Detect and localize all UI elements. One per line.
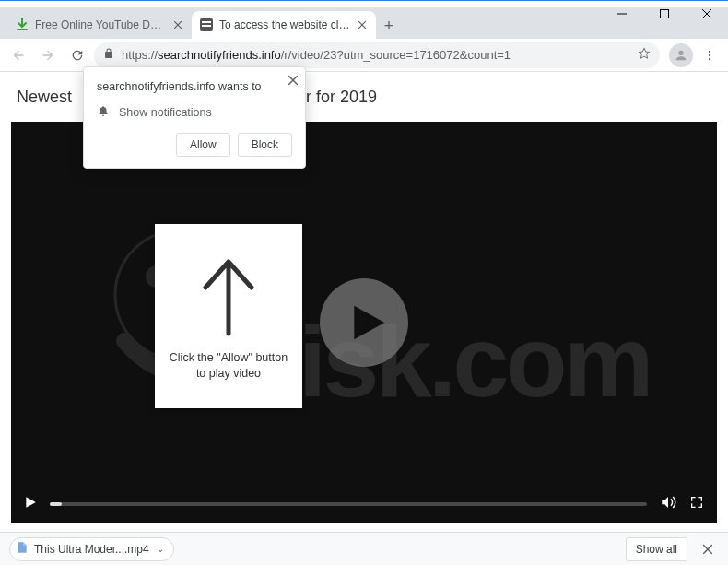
svg-point-11 xyxy=(678,50,683,54)
minimize-button[interactable] xyxy=(601,0,643,28)
block-button[interactable]: Block xyxy=(238,133,292,157)
chevron-down-icon: ⌄ xyxy=(157,544,164,554)
tab-title: To access the website click the "A xyxy=(219,18,350,31)
allow-message: Click the "Allow" button to play video xyxy=(170,350,288,383)
download-item[interactable]: This Ultra Moder....mp4 ⌄ xyxy=(9,537,174,561)
downloads-bar: This Ultra Moder....mp4 ⌄ Show all xyxy=(0,532,728,565)
tab-0[interactable]: Free Online YouTube Downloade xyxy=(7,11,192,39)
close-window-button[interactable] xyxy=(686,0,728,28)
tab-title: Free Online YouTube Downloade xyxy=(35,18,166,31)
fullscreen-icon[interactable] xyxy=(689,495,704,513)
volume-icon[interactable] xyxy=(660,494,676,514)
url-text: https://searchnotifyfriends.info/r/video… xyxy=(122,48,630,62)
show-all-button[interactable]: Show all xyxy=(626,537,687,561)
nav-newest[interactable]: Newest xyxy=(17,88,72,107)
back-button[interactable] xyxy=(6,42,31,68)
permission-title: searchnotifyfriends.info wants to xyxy=(97,80,292,93)
play-button[interactable] xyxy=(320,278,408,367)
page-favicon-icon xyxy=(199,18,214,32)
downloads-close-button[interactable] xyxy=(697,545,719,554)
chrome-menu-button[interactable] xyxy=(697,42,722,68)
address-bar[interactable]: https://searchnotifyfriends.info/r/video… xyxy=(94,42,660,68)
forward-button[interactable] xyxy=(35,42,61,68)
svg-point-12 xyxy=(709,50,710,52)
bell-icon xyxy=(97,104,110,120)
download-filename: This Ultra Moder....mp4 xyxy=(34,543,149,556)
video-player: risk.com xyxy=(11,122,717,523)
video-play-icon[interactable] xyxy=(24,496,37,512)
tab-1[interactable]: To access the website click the "A xyxy=(192,11,376,39)
arrow-up-icon xyxy=(192,251,265,343)
permission-text: Show notifications xyxy=(119,106,212,119)
video-controls xyxy=(11,486,717,523)
reload-button[interactable] xyxy=(65,42,90,68)
svg-rect-7 xyxy=(202,21,211,23)
tab-close-button[interactable] xyxy=(171,18,184,31)
tab-close-button[interactable] xyxy=(356,18,369,31)
permission-close-button[interactable] xyxy=(288,75,298,88)
download-favicon-icon xyxy=(15,18,29,32)
allow-overlay: Click the "Allow" button to play video xyxy=(155,224,302,408)
profile-avatar[interactable] xyxy=(669,43,693,67)
new-tab-button[interactable]: + xyxy=(376,13,402,39)
progress-bar[interactable] xyxy=(50,502,647,506)
allow-button[interactable]: Allow xyxy=(176,133,230,157)
svg-rect-8 xyxy=(202,25,211,27)
file-icon xyxy=(16,541,29,557)
bookmark-star-icon[interactable] xyxy=(638,47,651,63)
svg-point-14 xyxy=(709,57,710,59)
svg-point-13 xyxy=(709,53,710,55)
notification-permission-popup: searchnotifyfriends.info wants to Show n… xyxy=(83,66,306,169)
maximize-button[interactable] xyxy=(643,0,686,28)
svg-rect-1 xyxy=(661,10,669,18)
lock-icon xyxy=(103,47,114,63)
